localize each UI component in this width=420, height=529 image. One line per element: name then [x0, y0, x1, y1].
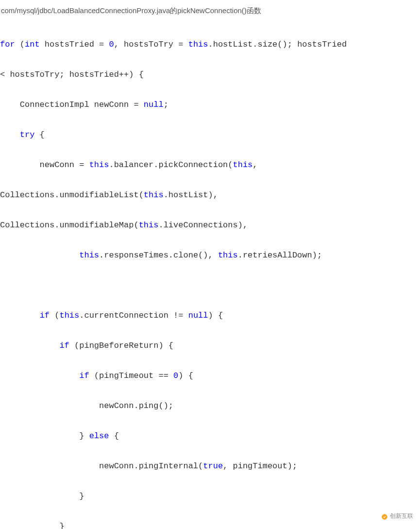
code-text [0, 130, 20, 139]
code-text: } [0, 431, 89, 441]
code-text: } [0, 522, 65, 529]
type-int: int [25, 40, 40, 49]
code-text: ; [164, 100, 168, 109]
code-text: .balancer.pickConnection( [109, 160, 233, 170]
code-line: if (this.currentConnection != null) { [0, 308, 420, 323]
code-line: newConn.ping(); [0, 398, 420, 413]
code-text: } [0, 492, 84, 501]
code-text: { [109, 431, 118, 441]
code-text: , pingTimeout); [223, 461, 297, 471]
code-line: this.responseTimes.clone(), this.retries… [0, 248, 420, 263]
code-line: newConn.pingInternal(true, pingTimeout); [0, 459, 420, 474]
code-text: .hostList.size(); hostsTried [208, 40, 352, 49]
code-text: ConnectionImpl newConn = [0, 100, 144, 109]
code-line: ConnectionImpl newConn = null; [0, 97, 420, 112]
code-line: Collections.unmodifiableMap(this.liveCon… [0, 218, 420, 233]
code-line [0, 278, 420, 293]
code-text: < hostsToTry; hostsTried++) { [0, 70, 144, 79]
code-text: { [34, 130, 44, 139]
code-line: newConn = this.balancer.pickConnection(t… [0, 157, 420, 172]
svg-point-0 [382, 514, 387, 520]
code-text: newConn = [0, 160, 89, 170]
code-line: if (pingTimeout == 0) { [0, 368, 420, 383]
code-text [0, 311, 40, 320]
watermark-icon [381, 513, 388, 520]
file-path-header: com/mysql/jdbc/LoadBalancedConnectionPro… [0, 0, 420, 20]
keyword-this: this [89, 160, 109, 170]
code-line: } [0, 519, 420, 529]
number: 0 [173, 371, 178, 380]
code-line: Collections.unmodifiableList(this.hostLi… [0, 188, 420, 203]
keyword-if: if [40, 311, 50, 320]
code-line: } [0, 489, 420, 504]
keyword-this: this [218, 251, 238, 260]
code-text: (pingBeforeReturn) { [69, 341, 173, 350]
keyword-this: this [59, 311, 79, 320]
code-text: Collections.unmodifiableMap( [0, 221, 139, 230]
keyword-this: this [79, 251, 99, 260]
code-text: ( [50, 311, 59, 320]
keyword-this: this [139, 221, 159, 230]
code-text [0, 251, 79, 260]
code-text: .liveConnections), [158, 221, 248, 230]
watermark-text: 创新互联 [390, 509, 413, 524]
keyword-this: this [188, 40, 208, 49]
code-text: newConn.ping(); [0, 401, 173, 410]
code-text: ( [15, 40, 25, 49]
code-line: < hostsToTry; hostsTried++) { [0, 67, 420, 82]
number: 0 [109, 40, 114, 49]
code-line: if (pingBeforeReturn) { [0, 338, 420, 353]
keyword-else: else [89, 431, 109, 441]
keyword-null: null [188, 311, 208, 320]
keyword-if: if [79, 371, 89, 380]
code-text: , hostsToTry = [114, 40, 188, 49]
keyword-true: true [203, 461, 223, 471]
code-text: Collections.unmodifiableList( [0, 190, 144, 200]
code-text [0, 341, 59, 350]
keyword-try: try [20, 130, 35, 139]
code-text: ) { [178, 371, 193, 380]
keyword-null: null [144, 100, 164, 109]
code-text: .currentConnection != [79, 311, 188, 320]
code-text: ) { [208, 311, 223, 320]
keyword-if: if [59, 341, 69, 350]
code-line: for (int hostsTried = 0, hostsToTry = th… [0, 37, 420, 52]
code-line: } else { [0, 428, 420, 444]
code-block: for (int hostsTried = 0, hostsToTry = th… [0, 20, 420, 529]
watermark: 创新互联 [378, 508, 416, 525]
code-text: (pingTimeout == [89, 371, 173, 380]
code-text: newConn.pingInternal( [0, 461, 203, 471]
keyword-this: this [144, 190, 164, 200]
code-text: .responseTimes.clone(), [99, 251, 218, 260]
keyword-this: this [233, 160, 253, 170]
code-line: try { [0, 127, 420, 142]
code-text: .hostList), [164, 190, 218, 200]
code-text: .retriesAllDown); [238, 251, 322, 260]
code-text: , [252, 160, 257, 170]
code-text [0, 371, 79, 380]
code-text: hostsTried = [40, 40, 109, 49]
keyword-for: for [0, 40, 15, 49]
